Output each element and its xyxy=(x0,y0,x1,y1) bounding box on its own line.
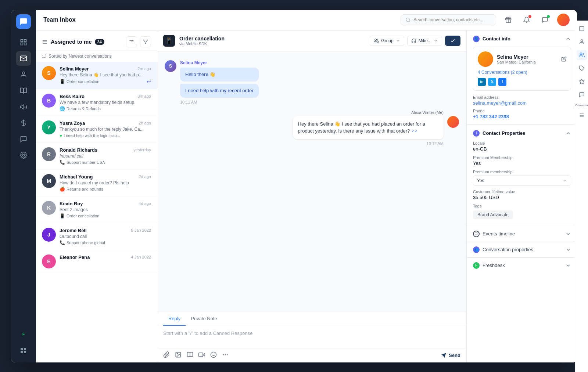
props-title: i Contact Properties xyxy=(473,130,525,137)
svg-rect-2 xyxy=(21,43,23,45)
search-input[interactable] xyxy=(413,17,487,22)
tag-label: Support number USA xyxy=(67,160,105,165)
agent-label: Mike... xyxy=(419,38,431,43)
tag-label: Order cancellation xyxy=(67,79,99,84)
list-item[interactable]: M Michael Young 2d ago How do I cancel m… xyxy=(36,170,157,196)
list-item[interactable]: J Jerome Bell 9 Jan 2022 Outbound call 📞… xyxy=(36,223,157,250)
conv-time: yesterday xyxy=(133,148,151,152)
list-item[interactable]: K Kevin Roy 4d ago Sent 2 images 📱 Order… xyxy=(36,196,157,223)
nav-item-fiverr[interactable]: F xyxy=(16,327,31,342)
user-avatar[interactable] xyxy=(557,14,570,26)
nav-item-home[interactable] xyxy=(16,35,31,50)
search-bar[interactable] xyxy=(401,14,496,25)
svg-point-22 xyxy=(211,352,216,357)
chevron-up-icon[interactable] xyxy=(565,36,571,42)
edit-icon[interactable] xyxy=(561,57,566,62)
conv-preview: We have a few mandatory fields setup. xyxy=(60,100,151,105)
chat-icon-btn[interactable] xyxy=(539,14,551,26)
send-button[interactable]: Send xyxy=(441,353,460,358)
resolve-button[interactable] xyxy=(445,36,460,46)
contact-info-section: 👤 Contact info Selina Meyer San Mateo, C… xyxy=(467,30,577,125)
filter-button[interactable] xyxy=(140,36,151,47)
gift-icon-btn[interactable] xyxy=(502,14,514,26)
list-item[interactable]: S Selina Meyer 2m ago Hey there Selina 👋… xyxy=(36,62,157,89)
avatar: B xyxy=(42,94,56,108)
conv-header-info: Order cancellation via Mobile SDK xyxy=(179,36,225,46)
conv-time: 8m ago xyxy=(137,94,151,98)
panel-chat-icon[interactable] xyxy=(577,90,577,100)
conv-time: 9 Jan 2022 xyxy=(131,228,151,232)
tab-reply[interactable]: Reply xyxy=(163,312,186,326)
avatar: Y xyxy=(42,120,56,134)
video-button[interactable] xyxy=(198,351,205,360)
nav-item-campaigns[interactable] xyxy=(16,100,31,114)
avatar: M xyxy=(42,174,56,188)
freshdesk-label: Freshdesk xyxy=(483,263,505,268)
reply-box: Reply Private Note Start with a "/" to a… xyxy=(157,312,466,362)
panel-info-icon[interactable] xyxy=(577,30,577,34)
conv-body: Bess Kairo 8m ago We have a few mandator… xyxy=(60,94,151,111)
props-icon: i xyxy=(473,130,480,137)
panel-diamond-icon[interactable] xyxy=(577,76,577,87)
conversations-link[interactable]: 4 Conversations (2 open) xyxy=(478,70,566,75)
conversations-icon xyxy=(20,136,27,143)
msg-row-inner: Hey there Selina 👋 I see that you had pl… xyxy=(185,116,459,146)
panel-label-icon[interactable] xyxy=(577,63,577,73)
nav-item-inbox[interactable] xyxy=(16,51,31,66)
sort-label-row: Sorted by Newest conversations xyxy=(36,51,157,62)
notification-icon-btn[interactable] xyxy=(520,14,533,26)
nav-item-billing[interactable] xyxy=(16,116,31,130)
attach-button[interactable] xyxy=(163,351,170,360)
freshdesk-section[interactable]: F Freshdesk xyxy=(467,258,577,273)
more-button[interactable] xyxy=(222,351,229,360)
nav-item-conversations[interactable] xyxy=(16,132,31,147)
group-button[interactable]: Group xyxy=(370,36,404,46)
sort-button[interactable] xyxy=(126,36,137,47)
app-logo[interactable] xyxy=(16,14,31,29)
premium-select[interactable]: Yes xyxy=(473,176,571,186)
conv-properties-section[interactable]: 👥 Conversation properties xyxy=(467,242,577,258)
social-links: in 𝕏 f xyxy=(478,78,566,86)
audio-button[interactable] xyxy=(187,351,193,360)
notification-badge xyxy=(528,15,531,18)
conv-tag: ● I need help with the login issu... xyxy=(60,133,151,138)
nav-item-settings[interactable] xyxy=(16,148,31,163)
tab-private-note[interactable]: Private Note xyxy=(186,312,222,326)
billing-icon xyxy=(20,119,27,127)
nav-item-grid[interactable] xyxy=(16,343,31,358)
conversations-sidebar: Assigned to me 34 Sorted by Newest xyxy=(36,30,157,362)
emoji-icon xyxy=(210,351,217,358)
nav-item-contacts[interactable] xyxy=(16,67,31,82)
twitter-icon[interactable]: 𝕏 xyxy=(488,78,496,86)
emoji-button[interactable] xyxy=(210,351,217,360)
events-timeline-section[interactable]: ⏱ Events timeline xyxy=(467,226,577,242)
reply-input-area[interactable]: Start with a "/" to add a Canned Respons… xyxy=(157,326,466,348)
facebook-icon[interactable]: f xyxy=(498,78,506,86)
props-chevron[interactable] xyxy=(565,130,571,136)
nav-item-reports[interactable] xyxy=(16,83,31,98)
tag-label: Support phone global xyxy=(67,241,105,245)
image-button[interactable] xyxy=(175,351,182,360)
contacts-icon xyxy=(20,71,27,78)
list-item[interactable]: B Bess Kairo 8m ago We have a few mandat… xyxy=(36,89,157,116)
attach-icon xyxy=(163,351,170,358)
conv-time: 2h ago xyxy=(139,121,151,125)
list-item[interactable]: E Eleanor Pena 4 Jan 2022 xyxy=(36,250,157,273)
chat-main: 📱 Order cancellation via Mobile SDK Grou… xyxy=(157,30,467,362)
lifetime-label: Customer lifetime value xyxy=(473,189,571,194)
conv-props-label: Conversation properties xyxy=(483,247,533,252)
conv-actions: Group Mike... xyxy=(370,36,460,46)
avatar: S xyxy=(42,66,56,80)
agent-button[interactable]: Mike... xyxy=(407,36,442,46)
status-dot xyxy=(547,15,550,18)
panel-contact-icon-active[interactable] xyxy=(577,50,577,60)
panel-person-icon[interactable] xyxy=(577,37,577,47)
list-item[interactable]: Y Yusra Zoya 2h ago Thankyou so much for… xyxy=(36,116,157,143)
linkedin-icon[interactable]: in xyxy=(478,78,486,86)
hamburger-icon[interactable] xyxy=(42,39,48,45)
conv-name: Kevin Roy xyxy=(60,201,83,206)
panel-filter-icon[interactable] xyxy=(577,110,577,120)
conv-body: Michael Young 2d ago How do I cancel my … xyxy=(60,174,151,192)
list-item[interactable]: R Ronald Richards yesterday Inbound call… xyxy=(36,143,157,170)
locale-row: Locale en-GB xyxy=(473,141,571,152)
